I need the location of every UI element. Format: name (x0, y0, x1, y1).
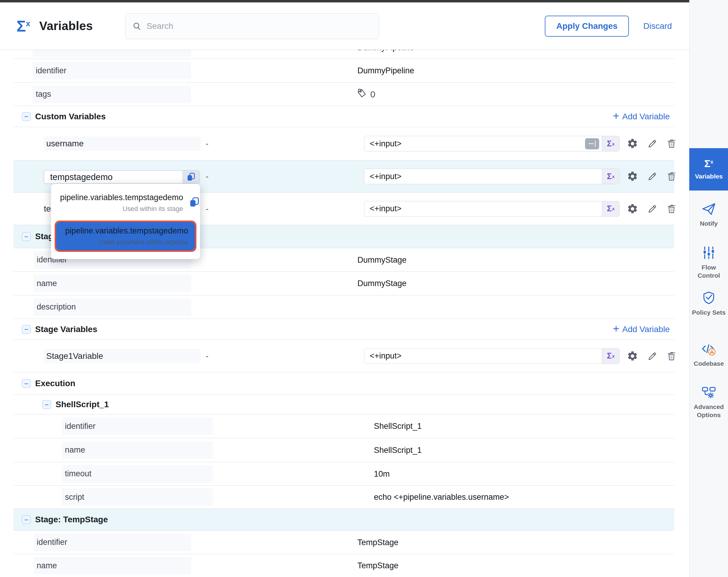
pencil-icon[interactable] (646, 137, 659, 150)
collapse-minus-icon[interactable]: − (22, 325, 31, 333)
row-name: nameShellScript_1 (14, 438, 674, 462)
input-value: <+input> (364, 172, 602, 181)
sidebar-item-variables[interactable]: Σx Variables (689, 148, 728, 191)
popup-item-subtitle: Used anywhere within pipeline (65, 238, 188, 246)
sidebar-item-label: Flow Control (690, 263, 728, 279)
gear-icon[interactable] (626, 137, 639, 150)
tag-icon (357, 89, 367, 100)
section-title: Stage Variables (35, 325, 97, 334)
runtime-input-field[interactable]: <+input>Σx (364, 348, 620, 364)
sidebar-item-policy-sets[interactable]: Policy Sets (690, 291, 728, 317)
gear-icon[interactable] (626, 170, 639, 183)
sidebar-item-flow-control[interactable]: Flow Control (690, 246, 728, 279)
page-header: Σx Variables Apply Changes Discard (0, 2, 689, 50)
variables-sigma-icon: Σx (704, 158, 713, 169)
page-title: Variables (40, 19, 93, 33)
input-options-pill[interactable]: ••• (585, 138, 599, 149)
sidebar-item-codebase[interactable]: Codebase (690, 343, 728, 368)
trash-icon[interactable] (665, 137, 678, 150)
field-value: ShellScript_1 (374, 445, 422, 455)
row-stage-tempstage: −Stage: TempStage (14, 509, 674, 531)
trash-icon[interactable] (665, 350, 678, 362)
shield-check-icon (702, 291, 716, 305)
field-label: name (62, 442, 213, 459)
variable-name: te (44, 204, 51, 214)
row-identifier: identifierTempStage (14, 531, 674, 554)
add-variable-label: Add Variable (622, 325, 670, 334)
copy-icon[interactable] (194, 230, 197, 243)
field-label: tags (33, 86, 191, 103)
field-value: TempStage (357, 561, 398, 570)
label-background (33, 50, 191, 57)
expression-sigma-icon[interactable]: Σx (602, 136, 619, 151)
row-description: description (14, 295, 674, 319)
popup-item-text: pipeline.variables.tempstagedemo Used wi… (60, 193, 183, 213)
pencil-icon[interactable] (646, 350, 659, 362)
row-name: nameDummyStage (14, 272, 674, 295)
variable-name: username (44, 136, 201, 151)
add-variable-button[interactable]: +Add Variable (613, 112, 670, 121)
field-label: description (34, 298, 191, 316)
expression-sigma-icon[interactable]: Σx (602, 349, 619, 363)
field-value: DummyPipeline (357, 66, 414, 75)
row-stage-variables: −Stage Variables+Add Variable (14, 319, 674, 340)
discard-button[interactable]: Discard (643, 21, 672, 31)
row-clipped: DummyPipeline (14, 50, 674, 59)
gear-icon[interactable] (626, 350, 639, 362)
collapse-minus-icon[interactable]: − (22, 379, 31, 388)
field-label: script (62, 488, 213, 506)
gear-icon[interactable] (626, 203, 639, 215)
runtime-input-field[interactable]: <+input>Σx (364, 169, 620, 184)
sidebar-item-label: Codebase (694, 359, 724, 368)
variable-type-dash: - (206, 351, 208, 361)
pencil-icon[interactable] (646, 203, 659, 215)
section-title: Custom Variables (35, 112, 106, 121)
popup-item-pipeline-scope[interactable]: pipeline.variables.tempstagedemo Used an… (56, 222, 195, 250)
search-box[interactable] (125, 13, 379, 39)
row-stage1variable: Stage1Variable-<+input>Σx (14, 340, 674, 372)
field-value: 10m (374, 469, 390, 478)
field-label: name (34, 557, 191, 574)
expression-sigma-icon[interactable]: Σx (602, 201, 619, 216)
field-label: timeout (62, 465, 213, 483)
paper-plane-icon (702, 202, 716, 216)
tags-value: 0 (357, 89, 375, 100)
window-top-strip (0, 0, 728, 2)
expression-sigma-icon[interactable]: Σx (602, 169, 619, 184)
add-variable-button[interactable]: +Add Variable (613, 325, 670, 334)
sidebar-item-label: Policy Sets (692, 308, 726, 317)
apply-changes-button[interactable]: Apply Changes (545, 16, 629, 37)
add-variable-label: Add Variable (622, 112, 670, 121)
plus-icon: + (613, 323, 619, 334)
variable-type-dash: - (206, 204, 208, 214)
selection-annotation-box: pipeline.variables.tempstagedemo Used an… (55, 221, 197, 252)
row-script: scriptecho <+pipeline.variables.username… (14, 486, 674, 509)
variable-name-input[interactable]: tempstagedemo (44, 170, 200, 184)
copy-icon[interactable] (189, 197, 200, 209)
stage-section-title: Stage: TempStage (35, 515, 108, 524)
popup-item-text: pipeline.variables.tempstagedemo Used an… (65, 226, 188, 246)
right-sidebar: Σx Variables Notify Flow Control Policy … (689, 0, 728, 577)
field-label: identifier (62, 418, 213, 435)
runtime-input-field[interactable]: <+input>•••Σx (364, 136, 620, 151)
runtime-input-field[interactable]: <+input>Σx (364, 201, 620, 217)
trash-icon[interactable] (665, 203, 678, 215)
section-title: ShellScript_1 (56, 400, 109, 409)
collapse-minus-icon[interactable]: − (22, 112, 31, 121)
collapse-minus-icon[interactable]: − (22, 232, 31, 241)
sidebar-item-notify[interactable]: Notify (690, 202, 728, 227)
sidebar-item-advanced-options[interactable]: Advanced Options (690, 385, 728, 419)
row-username: username-<+input>•••Σx (14, 127, 674, 160)
sliders-icon (702, 246, 716, 260)
popup-item-stage-scope[interactable]: pipeline.variables.tempstagedemo Used wi… (51, 188, 200, 218)
field-value: DummyStage (357, 279, 407, 288)
search-input[interactable] (147, 21, 372, 31)
pencil-icon[interactable] (646, 170, 659, 183)
copy-icon[interactable] (182, 171, 200, 183)
field-label: name (34, 275, 191, 292)
row-execution: −Execution (14, 372, 674, 395)
trash-icon[interactable] (665, 170, 678, 183)
collapse-minus-icon[interactable]: − (22, 516, 31, 524)
field-value: echo <+pipeline.variables.username> (374, 493, 509, 502)
collapse-minus-icon[interactable]: − (42, 400, 51, 409)
